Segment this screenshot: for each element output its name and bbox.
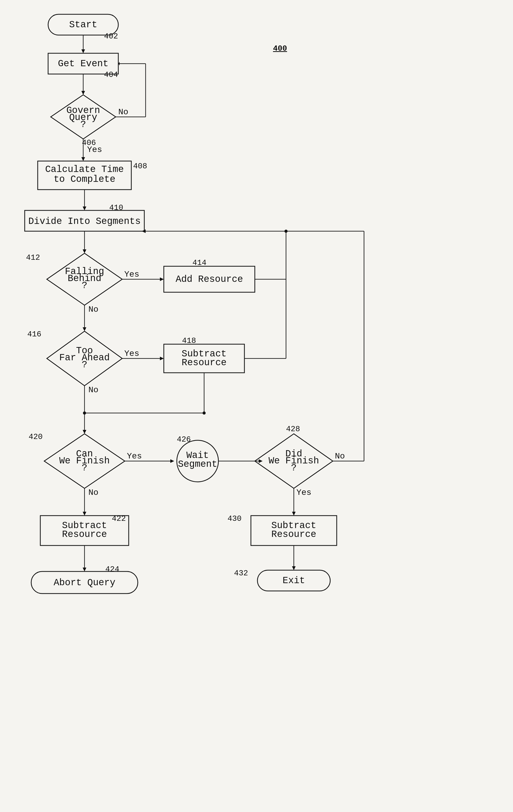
svg-text:?: ? — [80, 119, 86, 130]
canfinish-yes-label: Yes — [127, 452, 142, 461]
svg-text:to Complete: to Complete — [54, 174, 115, 185]
govern-no-label: No — [118, 107, 128, 117]
svg-text:?: ? — [82, 359, 87, 370]
svg-text:Resource: Resource — [271, 529, 317, 540]
svg-text:Resource: Resource — [182, 357, 227, 368]
govern-yes-label: Yes — [87, 145, 102, 154]
didfinish-no-label: No — [335, 452, 345, 461]
svg-text:?: ? — [291, 463, 297, 473]
ref-418: 418 — [182, 337, 196, 345]
diagram-ref: 400 — [273, 44, 287, 53]
ref-408: 408 — [133, 162, 147, 171]
ref-404: 404 — [104, 70, 118, 79]
svg-point-70 — [285, 230, 288, 233]
falling-no-label: No — [88, 305, 98, 314]
ref-428: 428 — [286, 425, 300, 434]
ref-422: 422 — [112, 514, 126, 523]
ref-414: 414 — [192, 258, 207, 267]
svg-text:?: ? — [82, 280, 87, 291]
canfinish-no-label: No — [88, 488, 98, 497]
ref-402: 402 — [104, 32, 118, 41]
svg-text:?: ? — [82, 463, 87, 473]
add-resource-label: Add Resource — [176, 274, 243, 285]
divide-segments-label: Divide Into Segments — [28, 216, 141, 227]
toofar-yes-label: Yes — [124, 349, 139, 358]
exit-label: Exit — [282, 575, 305, 586]
ref-410: 410 — [109, 203, 123, 212]
ref-412: 412 — [26, 253, 40, 262]
svg-text:Resource: Resource — [62, 529, 107, 540]
ref-420: 420 — [29, 433, 43, 441]
didfinish-yes-label: Yes — [296, 488, 312, 497]
start-label: Start — [69, 20, 97, 30]
ref-432: 432 — [234, 569, 248, 578]
ref-416: 416 — [27, 330, 41, 339]
ref-426: 426 — [177, 435, 191, 444]
svg-text:Segment: Segment — [178, 459, 217, 470]
get-event-label: Get Event — [58, 58, 108, 69]
toofar-no-label: No — [88, 385, 98, 395]
abort-query-label: Abort Query — [54, 577, 115, 588]
calc-time-label: Calculate Time — [45, 164, 124, 175]
ref-424: 424 — [105, 565, 119, 574]
ref-430: 430 — [227, 514, 242, 523]
falling-yes-label: Yes — [124, 270, 139, 279]
svg-point-50 — [202, 411, 206, 414]
